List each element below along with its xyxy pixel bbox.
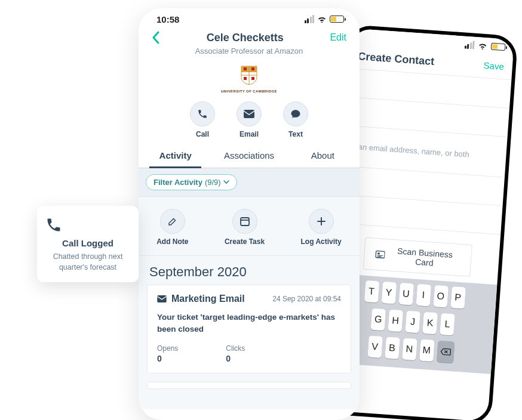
tab-bar: Activity Associations About bbox=[139, 144, 360, 168]
text-label: Text bbox=[288, 130, 303, 138]
status-time: 10:58 bbox=[156, 14, 179, 24]
svg-rect-8 bbox=[244, 77, 247, 80]
key-U[interactable]: U bbox=[398, 283, 413, 305]
battery-icon bbox=[491, 43, 506, 51]
rear-hint-text: g an email address, name, or both bbox=[351, 142, 469, 159]
add-note-label: Add Note bbox=[156, 237, 188, 246]
scan-business-card-button[interactable]: Scan Business Card bbox=[363, 237, 472, 277]
tab-about[interactable]: About bbox=[286, 144, 360, 168]
key-H[interactable]: H bbox=[388, 310, 403, 332]
company-logo: UNIVERSITY OF CAMBRIDGE bbox=[139, 65, 360, 93]
edit-button[interactable]: Edit bbox=[330, 32, 346, 43]
card-body: Your ticket 'target leading-edge e-marke… bbox=[157, 311, 341, 335]
key-I[interactable]: I bbox=[416, 284, 431, 307]
wifi-icon bbox=[317, 16, 327, 23]
chevron-left-icon bbox=[152, 31, 160, 44]
contact-subtitle: Associate Professor at Amazon bbox=[139, 47, 360, 55]
timeline-card-email[interactable]: Marketing Email 24 Sep 2020 at 09:54 You… bbox=[147, 285, 351, 373]
key-J[interactable]: J bbox=[405, 311, 420, 333]
filter-activity-chip[interactable]: Filter Activity (9/9) bbox=[146, 174, 237, 190]
filter-count: (9/9) bbox=[205, 178, 221, 187]
pencil-square-icon bbox=[167, 216, 178, 227]
tab-activity[interactable]: Activity bbox=[139, 144, 212, 168]
phone-icon bbox=[45, 217, 130, 233]
svg-rect-9 bbox=[251, 77, 254, 80]
svg-line-2 bbox=[377, 255, 382, 256]
opens-label: Opens bbox=[157, 344, 178, 353]
svg-rect-11 bbox=[241, 218, 249, 226]
scan-icon bbox=[374, 250, 385, 259]
key-O[interactable]: O bbox=[433, 285, 448, 308]
clicks-label: Clicks bbox=[226, 344, 245, 353]
svg-rect-7 bbox=[251, 67, 254, 70]
key-K[interactable]: K bbox=[422, 312, 437, 335]
call-logged-toast: Call Logged Chatted through next quarter… bbox=[37, 206, 139, 282]
signal-icon bbox=[305, 15, 315, 23]
key-B[interactable]: B bbox=[385, 337, 400, 360]
backspace-icon bbox=[440, 348, 451, 356]
key-backspace[interactable] bbox=[437, 341, 455, 363]
tab-associations[interactable]: Associations bbox=[212, 144, 285, 168]
toast-title: Call Logged bbox=[45, 238, 130, 248]
card-stats: Opens 0 Clicks 0 bbox=[157, 344, 341, 363]
contact-detail-phone: 10:58 Cele Checketts Edit Associate Prof… bbox=[139, 8, 360, 420]
card-title-text: Marketing Email bbox=[171, 294, 245, 304]
svg-rect-15 bbox=[157, 295, 166, 302]
key-T[interactable]: T bbox=[364, 280, 379, 303]
signal-icon bbox=[464, 41, 474, 50]
filter-bar: Filter Activity (9/9) bbox=[139, 168, 360, 197]
comm-actions: Call Email Text bbox=[139, 101, 360, 138]
status-bar: 10:58 bbox=[139, 8, 360, 30]
key-Y[interactable]: Y bbox=[381, 282, 396, 304]
cambridge-shield-icon bbox=[240, 65, 258, 85]
email-button[interactable]: Email bbox=[237, 101, 262, 138]
rear-title: Create Contact bbox=[358, 50, 435, 68]
phone-icon bbox=[197, 109, 208, 119]
opens-value: 0 bbox=[157, 354, 178, 363]
speech-bubble-icon bbox=[290, 109, 301, 119]
nav-row: Cele Checketts Edit bbox=[139, 30, 360, 44]
envelope-icon bbox=[157, 295, 167, 302]
back-button[interactable] bbox=[152, 31, 160, 44]
call-label: Call bbox=[196, 130, 209, 138]
call-button[interactable]: Call bbox=[190, 101, 215, 138]
key-P[interactable]: P bbox=[450, 286, 465, 309]
chevron-down-icon bbox=[223, 180, 229, 184]
create-task-button[interactable]: Create Task bbox=[225, 209, 265, 246]
log-activity-button[interactable]: Log Activity bbox=[301, 209, 342, 246]
filter-label: Filter Activity bbox=[153, 178, 202, 187]
timeline: Marketing Email 24 Sep 2020 at 09:54 You… bbox=[139, 285, 360, 409]
key-L[interactable]: L bbox=[440, 313, 455, 336]
svg-rect-10 bbox=[244, 110, 254, 118]
clicks-value: 0 bbox=[226, 354, 245, 363]
calendar-icon bbox=[239, 216, 250, 227]
email-label: Email bbox=[239, 130, 259, 138]
svg-rect-1 bbox=[377, 252, 380, 254]
scan-label: Scan Business Card bbox=[389, 246, 460, 270]
timeline-card-peek bbox=[147, 382, 351, 389]
create-task-label: Create Task bbox=[225, 237, 265, 246]
toast-body: Chatted through next quarter's forecast bbox=[45, 252, 130, 273]
log-activity-label: Log Activity bbox=[301, 237, 342, 246]
envelope-icon bbox=[244, 110, 254, 118]
wifi-icon bbox=[478, 42, 488, 50]
logo-caption: UNIVERSITY OF CAMBRIDGE bbox=[139, 89, 360, 93]
card-timestamp: 24 Sep 2020 at 09:54 bbox=[272, 295, 341, 303]
add-note-button[interactable]: Add Note bbox=[156, 209, 188, 246]
key-M[interactable]: M bbox=[419, 339, 434, 362]
timeline-month-header: September 2020 bbox=[139, 256, 360, 285]
plus-icon bbox=[316, 216, 327, 227]
battery-icon bbox=[330, 16, 344, 23]
text-button[interactable]: Text bbox=[283, 101, 308, 138]
contact-name: Cele Checketts bbox=[160, 32, 330, 44]
svg-rect-6 bbox=[244, 67, 247, 70]
quick-action-row: Add Note Create Task Log Activity bbox=[139, 197, 360, 256]
key-N[interactable]: N bbox=[402, 338, 417, 361]
key-V[interactable]: V bbox=[367, 336, 382, 359]
save-button[interactable]: Save bbox=[483, 60, 504, 72]
key-G[interactable]: G bbox=[371, 308, 386, 331]
